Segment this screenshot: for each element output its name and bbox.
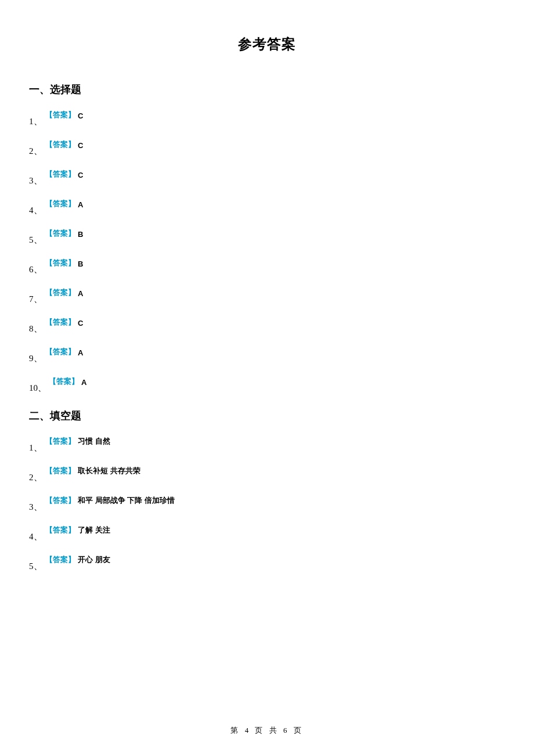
fill-item: 5、 【答案】 开心 朋友 (29, 557, 505, 568)
answer-value: A (78, 289, 83, 298)
answer-value: B (78, 230, 83, 239)
item-number: 4、 (29, 205, 43, 216)
answer-label: 【答案】 (45, 317, 75, 327)
mc-item: 9、 【答案】 A (29, 350, 505, 361)
answer-label: 【答案】 (45, 347, 75, 357)
item-number: 6、 (29, 264, 43, 275)
answer-label: 【答案】 (45, 110, 75, 120)
answer-label: 【答案】 (49, 376, 79, 387)
page-title: 参考答案 (29, 35, 505, 53)
mc-item: 10、 【答案】 A (29, 379, 505, 390)
answer-value: A (81, 378, 86, 387)
item-number: 1、 (29, 442, 43, 453)
answer-value: C (78, 171, 83, 179)
item-number: 3、 (29, 502, 43, 513)
item-number: 8、 (29, 323, 43, 334)
answer-label: 【答案】 (45, 436, 75, 447)
answer-value: 了解 关注 (78, 525, 110, 535)
fill-item: 1、 【答案】 习惯 自然 (29, 439, 505, 450)
fill-item: 2、 【答案】 取长补短 共存共荣 (29, 469, 505, 480)
item-number: 3、 (29, 175, 43, 186)
answer-value: 习惯 自然 (78, 436, 110, 447)
answer-label: 【答案】 (45, 258, 75, 268)
answer-value: C (78, 319, 83, 327)
answer-label: 【答案】 (45, 228, 75, 239)
item-number: 2、 (29, 146, 43, 157)
mc-item: 1、 【答案】 C (29, 113, 505, 124)
answer-value: 和平 局部战争 下降 倍加珍惜 (78, 495, 175, 506)
item-number: 5、 (29, 235, 43, 246)
answer-value: A (78, 348, 83, 357)
item-number: 1、 (29, 116, 43, 127)
answer-page: 参考答案 一、选择题 1、 【答案】 C 2、 【答案】 C 3、 【答案】 C… (0, 0, 534, 756)
answer-label: 【答案】 (45, 495, 75, 506)
fill-item: 3、 【答案】 和平 局部战争 下降 倍加珍惜 (29, 498, 505, 509)
mc-item: 8、 【答案】 C (29, 320, 505, 331)
answer-value: 开心 朋友 (78, 555, 110, 565)
mc-item: 6、 【答案】 B (29, 261, 505, 272)
answer-label: 【答案】 (45, 169, 75, 179)
mc-item: 2、 【答案】 C (29, 142, 505, 153)
fill-item: 4、 【答案】 了解 关注 (29, 528, 505, 539)
answer-label: 【答案】 (45, 525, 75, 535)
answer-value: 取长补短 共存共荣 (78, 466, 140, 476)
answer-value: C (78, 141, 83, 150)
answer-label: 【答案】 (45, 466, 75, 476)
item-number: 5、 (29, 561, 43, 572)
item-number: 4、 (29, 531, 43, 542)
answer-value: C (78, 111, 83, 120)
answer-label: 【答案】 (45, 287, 75, 298)
item-number: 9、 (29, 353, 43, 364)
answer-label: 【答案】 (45, 555, 75, 565)
answer-label: 【答案】 (45, 199, 75, 209)
item-number: 2、 (29, 472, 43, 483)
mc-item: 7、 【答案】 A (29, 290, 505, 301)
section1-header: 一、选择题 (29, 82, 505, 96)
page-footer: 第 4 页 共 6 页 (0, 725, 534, 736)
answer-label: 【答案】 (45, 139, 75, 150)
item-number: 7、 (29, 294, 43, 305)
mc-item: 3、 【答案】 C (29, 172, 505, 183)
answer-value: B (78, 260, 83, 268)
item-number: 10、 (29, 383, 46, 394)
section2-header: 二、填空题 (29, 409, 505, 423)
mc-item: 4、 【答案】 A (29, 201, 505, 213)
answer-value: A (78, 200, 83, 209)
mc-item: 5、 【答案】 B (29, 231, 505, 242)
